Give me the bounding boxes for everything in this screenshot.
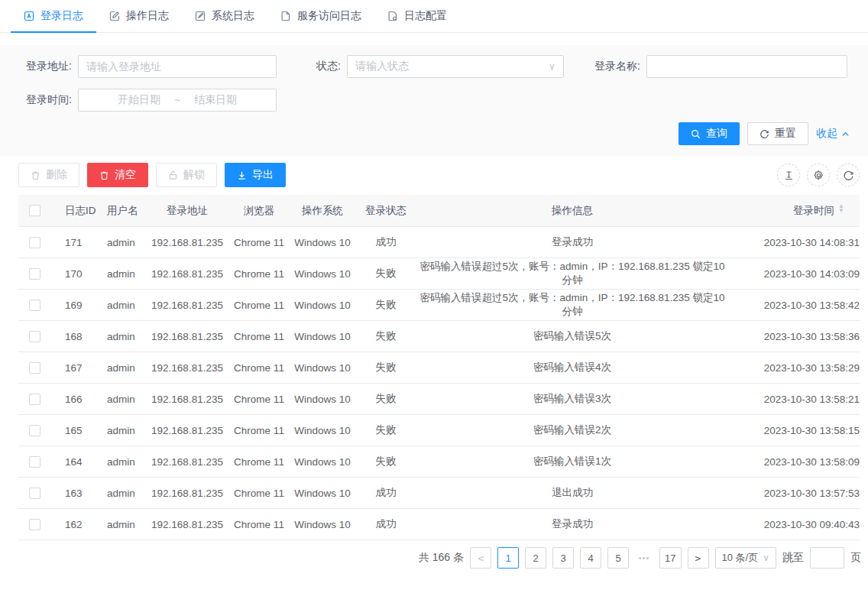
tab-label: 登录日志 bbox=[40, 9, 83, 23]
page-ellipsis[interactable]: ••• bbox=[635, 553, 653, 562]
tab-operation-log[interactable]: 操作日志 bbox=[96, 0, 182, 32]
column-settings-button[interactable] bbox=[807, 164, 830, 186]
header-username: 用户名 bbox=[96, 195, 145, 226]
cell-login-address: 192.168.81.235 bbox=[145, 478, 229, 508]
jump-page-input[interactable] bbox=[810, 547, 844, 569]
total-count: 共 166 条 bbox=[419, 551, 464, 565]
refresh-button[interactable] bbox=[837, 164, 860, 186]
login-name-input[interactable] bbox=[646, 55, 847, 78]
cell-login-address: 192.168.81.235 bbox=[145, 415, 229, 446]
tab-label: 服务访问日志 bbox=[297, 9, 361, 23]
page-size-select[interactable]: 10 条/页 ∨ bbox=[715, 547, 776, 569]
row-checkbox[interactable] bbox=[29, 394, 40, 405]
cell-log-id: 169 bbox=[53, 290, 96, 320]
page-button-2[interactable]: 2 bbox=[525, 547, 546, 569]
refresh-icon bbox=[843, 170, 854, 181]
cell-browser: Chrome 11 bbox=[229, 227, 289, 258]
header-operation-info: 操作信息 bbox=[416, 195, 729, 226]
cell-os: Windows 10 bbox=[289, 290, 356, 320]
delete-button[interactable]: 删除 bbox=[18, 163, 79, 187]
sort-control[interactable]: ▲ ▼ bbox=[838, 206, 844, 215]
cell-login-time: 2023-10-30 13:58:09 bbox=[729, 446, 860, 477]
cell-browser: Chrome 11 bbox=[229, 384, 289, 414]
row-density-button[interactable] bbox=[777, 164, 800, 186]
collapse-link[interactable]: 收起 bbox=[816, 127, 850, 141]
header-browser: 浏览器 bbox=[229, 195, 289, 226]
cell-login-status: 成功 bbox=[356, 478, 416, 508]
cell-browser: Chrome 11 bbox=[229, 509, 289, 540]
reset-button[interactable]: 重置 bbox=[747, 122, 808, 145]
tab-system-log[interactable]: 系统日志 bbox=[182, 0, 267, 32]
log-tabs: 登录日志 操作日志 系统日志 服务访问日志 日志配置 bbox=[0, 0, 868, 33]
cell-username: admin bbox=[96, 290, 145, 320]
table-row: 167 admin 192.168.81.235 Chrome 11 Windo… bbox=[18, 352, 860, 384]
cell-log-id: 162 bbox=[53, 509, 96, 540]
cell-login-time: 2023-10-30 13:58:21 bbox=[729, 384, 860, 414]
reset-icon bbox=[760, 129, 769, 139]
cell-browser: Chrome 11 bbox=[229, 415, 289, 446]
login-name-field: 登录名称: bbox=[594, 55, 847, 78]
clear-button[interactable]: 清空 bbox=[87, 163, 148, 187]
trash-icon bbox=[99, 170, 109, 180]
header-log-id: 日志ID bbox=[53, 195, 96, 226]
tab-log-config[interactable]: 日志配置 bbox=[374, 0, 460, 32]
date-range-picker[interactable]: 开始日期 ~ 结束日期 bbox=[78, 89, 277, 112]
table-row: 162 admin 192.168.81.235 Chrome 11 Windo… bbox=[18, 509, 860, 540]
row-checkbox[interactable] bbox=[29, 362, 40, 374]
row-checkbox[interactable] bbox=[29, 237, 40, 248]
row-checkbox[interactable] bbox=[29, 268, 40, 280]
cell-login-time: 2023-10-30 13:58:42 bbox=[729, 290, 860, 320]
cell-os: Windows 10 bbox=[289, 384, 356, 414]
header-login-time: 登录时间 ▲ ▼ bbox=[729, 195, 860, 226]
cell-operation-info: 密码输入错误超过5次，账号：admin，IP：192.168.81.235 锁定… bbox=[416, 258, 729, 289]
cell-operation-info: 密码输入错误3次 bbox=[416, 384, 729, 414]
search-button[interactable]: 查询 bbox=[679, 122, 740, 145]
prev-page-button[interactable]: < bbox=[470, 547, 491, 569]
row-checkbox[interactable] bbox=[29, 488, 40, 499]
next-page-button[interactable]: > bbox=[688, 547, 709, 569]
tab-login-log[interactable]: 登录日志 bbox=[11, 0, 96, 32]
page-button-3[interactable]: 3 bbox=[552, 547, 574, 569]
table-row: 165 admin 192.168.81.235 Chrome 11 Windo… bbox=[18, 415, 860, 446]
tab-service-access-log[interactable]: 服务访问日志 bbox=[267, 0, 374, 32]
cell-username: admin bbox=[96, 509, 145, 540]
row-checkbox[interactable] bbox=[29, 300, 40, 311]
page-button-4[interactable]: 4 bbox=[580, 547, 601, 569]
sort-desc-icon: ▼ bbox=[838, 211, 844, 215]
export-button[interactable]: 导出 bbox=[225, 163, 286, 187]
cell-username: admin bbox=[96, 321, 145, 352]
cell-log-id: 171 bbox=[53, 227, 96, 258]
cell-login-time: 2023-10-30 13:58:29 bbox=[729, 352, 860, 383]
table-toolbar: 删除 清空 解锁 导出 bbox=[18, 163, 860, 187]
status-field: 状态: 请输入状态 ∨ bbox=[316, 55, 564, 78]
row-checkbox[interactable] bbox=[29, 519, 40, 530]
cell-browser: Chrome 11 bbox=[229, 258, 289, 289]
row-checkbox[interactable] bbox=[29, 331, 40, 342]
cell-login-time: 2023-10-30 14:08:31 bbox=[729, 227, 860, 258]
unlock-icon bbox=[168, 170, 178, 180]
login-log-table: 日志ID 用户名 登录地址 浏览器 操作系统 登录状态 操作信息 登录时间 ▲ … bbox=[18, 195, 860, 540]
login-log-icon bbox=[24, 11, 34, 21]
table-header-row: 日志ID 用户名 登录地址 浏览器 操作系统 登录状态 操作信息 登录时间 ▲ … bbox=[18, 195, 860, 227]
cell-os: Windows 10 bbox=[289, 258, 356, 289]
unlock-button[interactable]: 解锁 bbox=[156, 163, 217, 187]
row-checkbox[interactable] bbox=[29, 456, 40, 468]
cell-login-status: 失败 bbox=[356, 384, 416, 414]
cell-os: Windows 10 bbox=[289, 446, 356, 477]
cell-login-status: 失败 bbox=[356, 290, 416, 320]
login-name-label: 登录名称: bbox=[594, 60, 640, 73]
page-button-1[interactable]: 1 bbox=[497, 547, 519, 569]
cell-browser: Chrome 11 bbox=[229, 290, 289, 320]
row-checkbox[interactable] bbox=[29, 425, 40, 436]
last-page-button[interactable]: 17 bbox=[659, 547, 681, 569]
status-select[interactable]: 请输入状态 ∨ bbox=[347, 55, 564, 78]
select-all-checkbox[interactable] bbox=[29, 205, 40, 216]
cell-login-address: 192.168.81.235 bbox=[145, 509, 229, 540]
cell-log-id: 167 bbox=[53, 352, 96, 383]
cell-os: Windows 10 bbox=[289, 321, 356, 352]
tab-label: 日志配置 bbox=[404, 9, 447, 23]
cell-os: Windows 10 bbox=[289, 352, 356, 383]
login-address-input[interactable] bbox=[78, 55, 277, 78]
cell-username: admin bbox=[96, 227, 145, 258]
page-button-5[interactable]: 5 bbox=[607, 547, 629, 569]
